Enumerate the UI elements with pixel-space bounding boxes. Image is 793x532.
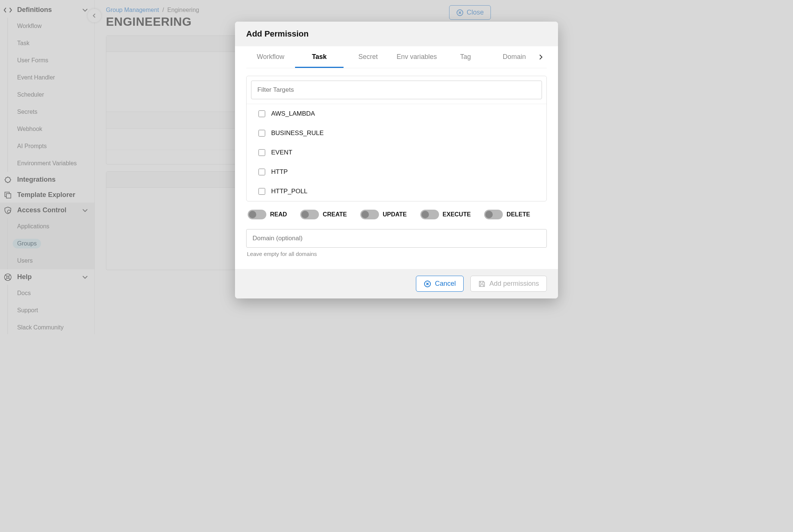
target-checkbox[interactable] (258, 149, 265, 156)
add-permissions-button[interactable]: Add permissions (470, 276, 498, 292)
target-business-rule[interactable]: BUSINESS_RULE (247, 123, 498, 143)
modal-title: Add Permission (235, 22, 498, 46)
toggle-create[interactable] (300, 210, 319, 219)
domain-input[interactable] (246, 229, 498, 248)
perm-execute: EXECUTE (420, 210, 471, 219)
perm-update: UPDATE (360, 210, 407, 219)
cancel-button[interactable]: Cancel (416, 276, 464, 292)
perm-read: READ (248, 210, 287, 219)
add-permission-modal: Add Permission Workflow Task Secret Env … (235, 22, 498, 298)
target-checkbox[interactable] (258, 169, 265, 175)
perm-delete: DELETE (484, 210, 498, 219)
permission-toggles: READ CREATE UPDATE EXECUTE DELETE (246, 201, 498, 221)
tab-secret[interactable]: Secret (344, 46, 392, 68)
save-icon (478, 280, 486, 288)
toggle-delete[interactable] (484, 210, 498, 219)
tab-task[interactable]: Task (295, 46, 344, 68)
domain-hint: Leave empty for all domains (246, 248, 498, 260)
tab-workflow[interactable]: Workflow (246, 46, 295, 68)
target-event[interactable]: EVENT (247, 143, 498, 162)
perm-create: CREATE (300, 210, 347, 219)
target-http[interactable]: HTTP (247, 162, 498, 182)
close-circle-icon (424, 280, 431, 288)
targets-fieldset: AWS_LAMBDA BUSINESS_RULE EVENT HTTP HTTP… (246, 76, 498, 201)
target-checkbox[interactable] (258, 110, 265, 117)
tab-domain[interactable]: Domain (490, 46, 498, 68)
toggle-update[interactable] (360, 210, 379, 219)
toggle-read[interactable] (248, 210, 266, 219)
toggle-execute[interactable] (420, 210, 439, 219)
target-list[interactable]: AWS_LAMBDA BUSINESS_RULE EVENT HTTP HTTP… (247, 104, 498, 201)
modal-footer: Cancel Add permissions (235, 269, 498, 298)
filter-targets-input[interactable] (251, 81, 498, 99)
target-aws-lambda[interactable]: AWS_LAMBDA (247, 104, 498, 123)
modal-tabs: Workflow Task Secret Env variables Tag D… (246, 46, 498, 68)
target-checkbox[interactable] (258, 188, 265, 195)
tab-tag[interactable]: Tag (441, 46, 490, 68)
target-checkbox[interactable] (258, 130, 265, 137)
target-http-poll[interactable]: HTTP_POLL (247, 182, 498, 201)
tab-env-variables[interactable]: Env variables (392, 46, 441, 68)
